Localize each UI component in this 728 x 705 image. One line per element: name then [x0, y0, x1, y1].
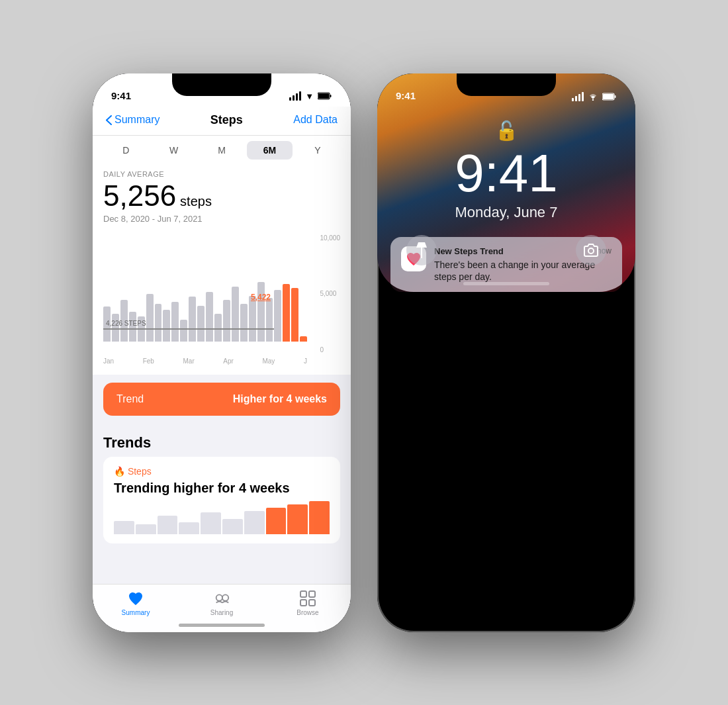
bar	[197, 306, 205, 342]
health-phone: 9:41 ▼	[93, 73, 351, 632]
notch	[172, 73, 271, 96]
bar	[232, 287, 239, 342]
period-selector: D W M 6M Y	[93, 136, 351, 165]
chart-container: 10,000 5,000 0	[93, 229, 351, 375]
status-time: 9:41	[111, 90, 131, 101]
tab-sharing-label: Sharing	[210, 609, 233, 616]
nav-bar: Summary Steps Add Data	[93, 107, 351, 136]
trend-card[interactable]: 🔥 Steps Trending higher for 4 weeks	[103, 457, 340, 543]
bar	[206, 292, 213, 342]
period-y[interactable]: Y	[295, 141, 340, 160]
bar-highlight	[300, 336, 307, 342]
x-feb: Feb	[143, 357, 154, 365]
wifi-icon: ▼	[305, 91, 314, 101]
daily-avg-label: DAILY AVERAGE	[103, 170, 340, 178]
chart-x-labels: Jan Feb Mar Apr May J	[103, 357, 340, 365]
page-title: Steps	[210, 113, 243, 127]
bar	[180, 320, 187, 342]
add-data-button[interactable]: Add Data	[293, 114, 338, 126]
bar	[163, 310, 170, 342]
mini-bar	[114, 521, 134, 534]
svg-rect-12	[603, 94, 614, 99]
stats-section: DAILY AVERAGE 5,256 steps Dec 8, 2020 - …	[93, 165, 351, 229]
lock-wifi-icon	[588, 92, 598, 101]
bar	[274, 290, 281, 342]
tab-summary-label: Summary	[122, 609, 150, 616]
x-j: J	[304, 357, 307, 365]
date-range: Dec 8, 2020 - Jun 7, 2021	[103, 214, 340, 229]
svg-rect-8	[309, 600, 315, 606]
x-apr: Apr	[223, 357, 234, 365]
bar	[214, 314, 222, 342]
trend-card-label: 🔥 Steps	[114, 466, 330, 477]
back-label: Summary	[114, 114, 159, 126]
step-count: 5,256 steps	[103, 179, 340, 212]
bar	[171, 302, 179, 342]
trend-label: Trend	[116, 393, 144, 405]
mini-bar	[222, 519, 243, 534]
lock-signal-icon	[572, 92, 584, 101]
trends-header: Trends	[93, 424, 351, 457]
mini-bar	[136, 524, 156, 534]
home-indicator	[179, 624, 265, 627]
bar	[223, 300, 230, 342]
mini-bars	[114, 501, 330, 534]
period-6m[interactable]: 6M	[247, 141, 292, 160]
svg-rect-7	[300, 600, 306, 606]
trend-banner[interactable]: Trend Higher for 4 weeks	[103, 383, 340, 416]
period-m[interactable]: M	[199, 141, 244, 160]
svg-rect-2	[318, 93, 329, 99]
browse-icon	[299, 590, 316, 607]
heart-icon	[127, 590, 144, 607]
bar	[146, 294, 154, 342]
trend-value: Higher for 4 weeks	[233, 393, 327, 405]
y-label-mid: 5,000	[320, 290, 340, 297]
signal-icon	[289, 91, 301, 101]
bar	[112, 314, 119, 342]
step-unit: steps	[180, 194, 212, 209]
mini-bar	[244, 511, 265, 534]
battery-icon	[318, 92, 332, 100]
avg-line	[103, 328, 274, 330]
bar	[257, 282, 265, 342]
tab-browse-label: Browse	[296, 609, 318, 616]
x-jan: Jan	[103, 357, 114, 365]
mini-bar-hi	[266, 508, 287, 534]
tab-browse[interactable]: Browse	[265, 590, 351, 616]
period-d[interactable]: D	[103, 141, 148, 160]
tab-summary[interactable]: Summary	[93, 590, 179, 616]
svg-point-13	[588, 248, 594, 254]
bar	[240, 304, 248, 342]
lock-home-indicator	[463, 282, 549, 285]
lock-screen: 9:41 🔓	[377, 73, 635, 292]
sharing-icon	[213, 590, 230, 607]
content-area: D W M 6M Y DAILY AVERAGE 5,256 steps Dec…	[93, 136, 351, 632]
camera-button[interactable]	[576, 235, 606, 265]
svg-point-4	[222, 594, 228, 600]
y-label-bot: 0	[320, 346, 340, 353]
bar-highlight	[291, 288, 298, 342]
svg-point-3	[216, 594, 222, 600]
bar	[155, 304, 162, 342]
avg-label: 4,226 STEPS	[106, 320, 146, 327]
svg-rect-1	[330, 95, 332, 97]
lock-time: 9:41	[455, 147, 558, 200]
period-w[interactable]: W	[151, 141, 196, 160]
svg-rect-6	[309, 591, 315, 597]
lock-battery-icon	[602, 93, 617, 101]
x-may: May	[262, 357, 275, 365]
health-screen: 9:41 ▼	[93, 73, 351, 632]
bar	[249, 296, 256, 342]
lock-phone: 9:41 🔓	[377, 73, 635, 632]
y-label-top: 10,000	[320, 234, 340, 242]
flashlight-button[interactable]	[406, 235, 437, 265]
tab-sharing[interactable]: Sharing	[179, 590, 265, 616]
step-number: 5,256	[103, 179, 176, 212]
back-button[interactable]: Summary	[106, 114, 159, 126]
trends-section: Trends 🔥 Steps Trending higher for 4 wee…	[93, 424, 351, 584]
bar	[189, 297, 196, 342]
lock-date: Monday, June 7	[455, 204, 558, 221]
lock-status-time: 9:41	[396, 90, 416, 101]
lock-bottom-controls	[377, 235, 635, 265]
svg-point-9	[592, 99, 594, 101]
